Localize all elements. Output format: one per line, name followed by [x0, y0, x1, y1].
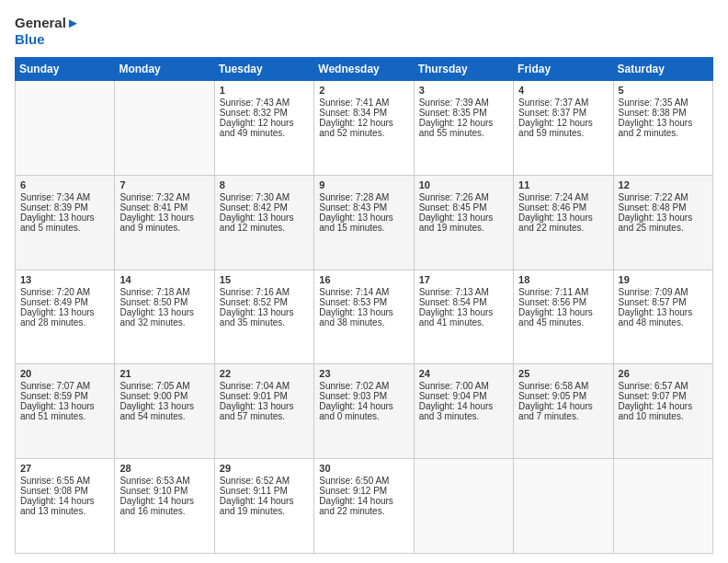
sunset-text: Sunset: 9:11 PM	[220, 486, 288, 496]
daylight-text: Daylight: 13 hours and 57 minutes.	[220, 401, 294, 421]
daylight-text: Daylight: 13 hours and 2 minutes.	[619, 118, 693, 138]
sunrise-text: Sunrise: 7:41 AM	[319, 98, 389, 108]
day-number: 12	[619, 179, 708, 190]
logo-blue: Blue	[15, 31, 80, 48]
sunrise-text: Sunrise: 7:30 AM	[220, 192, 290, 202]
table-row	[613, 459, 712, 554]
sunset-text: Sunset: 8:52 PM	[220, 297, 288, 307]
sunrise-text: Sunrise: 7:18 AM	[119, 287, 189, 297]
day-number: 1	[220, 85, 309, 96]
sunset-text: Sunset: 8:38 PM	[619, 108, 687, 118]
table-row: 12 Sunrise: 7:22 AM Sunset: 8:48 PM Dayl…	[613, 175, 712, 270]
day-number: 9	[319, 179, 408, 190]
table-row	[16, 81, 115, 176]
day-number: 17	[419, 274, 508, 285]
day-number: 22	[220, 368, 309, 379]
daylight-text: Daylight: 12 hours and 52 minutes.	[319, 118, 393, 138]
sunset-text: Sunset: 9:10 PM	[119, 486, 188, 496]
table-row: 28 Sunrise: 6:53 AM Sunset: 9:10 PM Dayl…	[115, 459, 214, 554]
sunset-text: Sunset: 9:04 PM	[419, 391, 487, 401]
sunset-text: Sunset: 9:03 PM	[319, 391, 387, 401]
sunrise-text: Sunrise: 7:05 AM	[119, 381, 189, 391]
day-number: 6	[20, 179, 109, 190]
sunrise-text: Sunrise: 7:14 AM	[319, 287, 389, 297]
table-row: 5 Sunrise: 7:35 AM Sunset: 8:38 PM Dayli…	[613, 81, 712, 176]
table-row: 2 Sunrise: 7:41 AM Sunset: 8:34 PM Dayli…	[314, 81, 414, 176]
day-number: 21	[119, 368, 209, 379]
day-number: 8	[220, 179, 309, 190]
table-row: 24 Sunrise: 7:00 AM Sunset: 9:04 PM Dayl…	[414, 364, 513, 459]
calendar-week-row: 20 Sunrise: 7:07 AM Sunset: 8:59 PM Dayl…	[16, 364, 713, 459]
sunset-text: Sunset: 8:35 PM	[419, 108, 487, 118]
daylight-text: Daylight: 13 hours and 51 minutes.	[20, 401, 95, 421]
calendar-week-row: 6 Sunrise: 7:34 AM Sunset: 8:39 PM Dayli…	[16, 175, 713, 270]
sunrise-text: Sunrise: 6:55 AM	[20, 476, 90, 486]
daylight-text: Daylight: 13 hours and 9 minutes.	[119, 213, 194, 233]
sunrise-text: Sunrise: 7:32 AM	[119, 192, 189, 202]
day-number: 27	[20, 463, 109, 474]
table-row: 1 Sunrise: 7:43 AM Sunset: 8:32 PM Dayli…	[214, 81, 313, 176]
sunrise-text: Sunrise: 6:57 AM	[619, 381, 688, 391]
table-row: 23 Sunrise: 7:02 AM Sunset: 9:03 PM Dayl…	[314, 364, 414, 459]
logo: General► Blue	[15, 15, 80, 48]
col-friday: Friday	[514, 58, 613, 81]
table-row: 29 Sunrise: 6:52 AM Sunset: 9:11 PM Dayl…	[214, 459, 313, 554]
sunrise-text: Sunrise: 7:13 AM	[419, 287, 489, 297]
table-row: 20 Sunrise: 7:07 AM Sunset: 8:59 PM Dayl…	[16, 364, 115, 459]
day-number: 24	[419, 368, 508, 379]
col-wednesday: Wednesday	[314, 58, 414, 81]
logo-blue-text: ►	[66, 15, 80, 30]
col-thursday: Thursday	[414, 58, 513, 81]
table-row: 15 Sunrise: 7:16 AM Sunset: 8:52 PM Dayl…	[214, 270, 313, 364]
day-number: 20	[20, 368, 109, 379]
day-number: 5	[619, 85, 708, 96]
table-row: 21 Sunrise: 7:05 AM Sunset: 9:00 PM Dayl…	[115, 364, 214, 459]
sunrise-text: Sunrise: 7:02 AM	[319, 381, 389, 391]
sunrise-text: Sunrise: 7:28 AM	[319, 192, 389, 202]
sunrise-text: Sunrise: 7:43 AM	[220, 98, 290, 108]
sunset-text: Sunset: 8:43 PM	[319, 202, 387, 213]
table-row: 22 Sunrise: 7:04 AM Sunset: 9:01 PM Dayl…	[214, 364, 313, 459]
daylight-text: Daylight: 13 hours and 15 minutes.	[319, 213, 393, 233]
sunrise-text: Sunrise: 6:50 AM	[319, 476, 389, 486]
sunrise-text: Sunrise: 7:26 AM	[419, 192, 489, 202]
sunset-text: Sunset: 8:39 PM	[20, 202, 88, 213]
table-row: 7 Sunrise: 7:32 AM Sunset: 8:41 PM Dayli…	[115, 175, 214, 270]
sunrise-text: Sunrise: 7:09 AM	[619, 287, 688, 297]
daylight-text: Daylight: 13 hours and 28 minutes.	[20, 307, 95, 327]
daylight-text: Daylight: 14 hours and 22 minutes.	[319, 496, 393, 516]
sunset-text: Sunset: 8:34 PM	[319, 108, 387, 118]
daylight-text: Daylight: 13 hours and 5 minutes.	[20, 213, 95, 233]
calendar-week-row: 27 Sunrise: 6:55 AM Sunset: 9:08 PM Dayl…	[16, 459, 713, 554]
day-number: 15	[220, 274, 309, 285]
sunrise-text: Sunrise: 7:39 AM	[419, 98, 489, 108]
daylight-text: Daylight: 13 hours and 12 minutes.	[220, 213, 294, 233]
sunset-text: Sunset: 9:00 PM	[119, 391, 188, 401]
sunset-text: Sunset: 8:45 PM	[419, 202, 487, 213]
table-row: 9 Sunrise: 7:28 AM Sunset: 8:43 PM Dayli…	[314, 175, 414, 270]
day-number: 13	[20, 274, 109, 285]
col-monday: Monday	[115, 58, 214, 81]
sunset-text: Sunset: 8:48 PM	[619, 202, 687, 213]
sunrise-text: Sunrise: 7:00 AM	[419, 381, 489, 391]
daylight-text: Daylight: 14 hours and 16 minutes.	[119, 496, 194, 516]
sunset-text: Sunset: 8:41 PM	[119, 202, 188, 213]
sunrise-text: Sunrise: 7:04 AM	[220, 381, 290, 391]
day-number: 30	[319, 463, 408, 474]
table-row: 19 Sunrise: 7:09 AM Sunset: 8:57 PM Dayl…	[613, 270, 712, 364]
day-number: 16	[319, 274, 408, 285]
sunset-text: Sunset: 8:54 PM	[419, 297, 487, 307]
table-row: 18 Sunrise: 7:11 AM Sunset: 8:56 PM Dayl…	[514, 270, 613, 364]
day-number: 18	[518, 274, 608, 285]
daylight-text: Daylight: 14 hours and 13 minutes.	[20, 496, 95, 516]
day-number: 23	[319, 368, 408, 379]
sunrise-text: Sunrise: 7:22 AM	[619, 192, 688, 202]
daylight-text: Daylight: 14 hours and 10 minutes.	[619, 401, 693, 421]
sunrise-text: Sunrise: 7:16 AM	[220, 287, 290, 297]
page-header: General► Blue	[15, 15, 713, 48]
sunset-text: Sunset: 8:57 PM	[619, 297, 687, 307]
daylight-text: Daylight: 12 hours and 55 minutes.	[419, 118, 494, 138]
sunset-text: Sunset: 8:53 PM	[319, 297, 387, 307]
daylight-text: Daylight: 13 hours and 25 minutes.	[619, 213, 693, 233]
sunset-text: Sunset: 8:42 PM	[220, 202, 288, 213]
